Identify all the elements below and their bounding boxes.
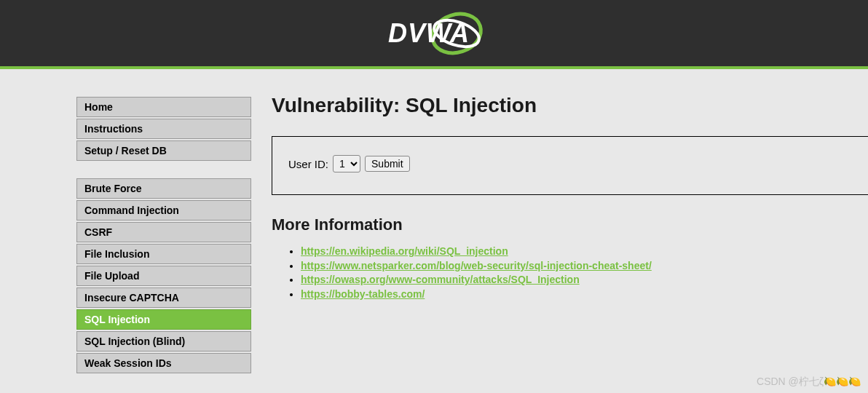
more-info-heading: More Information: [272, 215, 868, 234]
header-inner: DVWA: [73, 0, 795, 66]
main-content: Vulnerability: SQL Injection User ID: 1 …: [251, 97, 868, 301]
logo-text: DVWA: [388, 18, 470, 49]
sidebar-item-setup-reset-db[interactable]: Setup / Reset DB: [76, 140, 251, 161]
info-link-item: https://owasp.org/www-community/attacks/…: [301, 273, 868, 287]
sidebar-item-brute-force[interactable]: Brute Force: [76, 178, 251, 199]
sidebar-group-main: HomeInstructionsSetup / Reset DB: [76, 97, 251, 161]
watermark: CSDN @柠七ζ🍋🍋🍋: [757, 376, 861, 389]
info-link[interactable]: https://owasp.org/www-community/attacks/…: [301, 274, 580, 285]
sidebar-item-command-injection[interactable]: Command Injection: [76, 200, 251, 221]
info-link-item: https://bobby-tables.com/: [301, 287, 868, 302]
info-link[interactable]: https://bobby-tables.com/: [301, 288, 425, 300]
info-link-item: https://www.netsparker.com/blog/web-secu…: [301, 259, 868, 274]
header: DVWA: [0, 0, 868, 69]
info-link-item: https://en.wikipedia.org/wiki/SQL_inject…: [301, 245, 868, 259]
sidebar-item-file-upload[interactable]: File Upload: [76, 266, 251, 286]
sidebar-item-file-inclusion[interactable]: File Inclusion: [76, 244, 251, 264]
submit-button[interactable]: Submit: [365, 156, 410, 172]
sidebar-group-vulns: Brute ForceCommand InjectionCSRFFile Inc…: [76, 178, 251, 373]
info-link[interactable]: https://www.netsparker.com/blog/web-secu…: [301, 260, 652, 271]
sidebar-item-instructions[interactable]: Instructions: [76, 119, 251, 139]
user-id-row: User ID: 1 Submit: [288, 155, 852, 172]
input-panel: User ID: 1 Submit: [272, 136, 868, 195]
user-id-label: User ID:: [288, 158, 328, 170]
page-body: HomeInstructionsSetup / Reset DB Brute F…: [76, 69, 868, 391]
sidebar-item-sql-injection-blind[interactable]: SQL Injection (Blind): [76, 331, 251, 352]
sidebar-item-sql-injection[interactable]: SQL Injection: [76, 309, 251, 330]
sidebar-item-weak-session-ids[interactable]: Weak Session IDs: [76, 353, 251, 373]
user-id-select[interactable]: 1: [333, 155, 360, 172]
more-info-list: https://en.wikipedia.org/wiki/SQL_inject…: [272, 245, 868, 301]
sidebar-item-home[interactable]: Home: [76, 97, 251, 117]
sidebar-item-csrf[interactable]: CSRF: [76, 222, 251, 242]
sidebar: HomeInstructionsSetup / Reset DB Brute F…: [76, 97, 251, 391]
page-title: Vulnerability: SQL Injection: [272, 94, 868, 117]
sidebar-item-insecure-captcha[interactable]: Insecure CAPTCHA: [76, 287, 251, 308]
info-link[interactable]: https://en.wikipedia.org/wiki/SQL_inject…: [301, 245, 508, 257]
logo: DVWA: [379, 8, 489, 59]
